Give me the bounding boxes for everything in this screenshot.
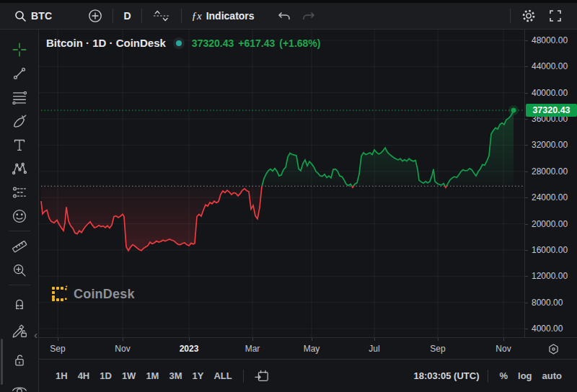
sidebar-scrollbar[interactable] [1,339,3,385]
clock-display[interactable]: 18:03:05 (UTC) [410,370,482,381]
toolbar-divider [488,370,488,383]
time-axis-tick [252,338,253,341]
legend-title: Bitcoin · 1D · CoinDesk [46,37,166,49]
price-axis-label: 20000.00 [532,219,568,229]
sidebar-collapse-icon[interactable]: ‹ [34,330,38,340]
price-axis-tick [525,172,528,172]
coindesk-logo-icon [50,285,68,303]
legend-values: 37320.43 +617.43 (+1.68%) [192,37,321,49]
percent-scale-toggle[interactable]: % [494,368,513,384]
time-axis[interactable]: SepNov2023MarMayJulSepNov [39,337,577,359]
fullscreen-button[interactable] [542,6,568,26]
range-button-1m[interactable]: 1M [141,368,164,384]
area-fill-up [41,110,514,251]
ruler-icon [10,237,29,256]
top-toolbar: BTC D ƒx Indicators [0,3,577,30]
symbol-search-button[interactable]: BTC [9,6,58,26]
price-axis[interactable]: 37320.43 48000.0044000.0040000.0036000.0… [524,30,577,337]
price-axis-label: 40000.00 [532,88,568,98]
brush-icon [10,112,29,130]
legend-change-percent: (+1.68%) [279,37,320,49]
toolbar-divider [141,9,142,23]
fib-retracement-icon [10,88,29,107]
time-axis-tick [189,338,190,341]
compare-add-symbol-button[interactable] [82,6,108,26]
time-axis-tick [438,338,439,341]
xabcd-pattern-tool[interactable] [7,156,32,180]
price-axis-label: 44000.00 [532,61,568,71]
range-button-1h[interactable]: 1H [50,368,73,384]
range-button-4h[interactable]: 4H [73,368,95,384]
price-axis-label: 16000.00 [532,245,568,255]
interval-button[interactable]: D [118,6,136,26]
symbol-label: BTC [31,10,52,22]
range-button-1w[interactable]: 1W [117,368,141,384]
range-button-3m[interactable]: 3M [164,368,187,384]
measure-tool[interactable] [7,234,32,258]
price-axis-tick [525,66,528,67]
price-axis-label: 4000.00 [532,324,563,334]
magnet-mode-tool[interactable] [7,291,32,315]
window-top-edge [0,0,577,3]
brush-tool[interactable] [7,109,32,133]
price-axis-tick [525,303,528,303]
forecast-tool[interactable] [7,180,32,204]
chart-legend: Bitcoin · 1D · CoinDesk 37320.43 +617.43… [46,37,320,49]
price-axis-tick [525,93,528,94]
xabcd-pattern-icon [10,159,29,178]
range-button-1y[interactable]: 1Y [188,368,209,384]
redo-button[interactable] [296,6,322,26]
emoji-tool[interactable] [7,204,32,228]
stay-drawing-mode-icon [10,321,29,340]
crosshair-tool[interactable] [7,37,32,61]
go-to-date-button[interactable] [250,368,274,385]
legend-change: +617.43 [238,37,275,49]
search-icon [14,10,27,22]
plus-circle-icon [88,9,102,23]
price-axis-tick [525,40,528,41]
hide-drawings-tool[interactable] [7,378,32,392]
price-axis-tick [525,276,528,277]
toolbar-divider [510,9,511,23]
undo-button[interactable] [270,6,296,26]
axis-settings-icon[interactable] [547,343,560,355]
time-axis-label: Nov [115,344,130,354]
time-axis-label: Sep [50,344,65,354]
indicators-button[interactable]: ƒx Indicators [186,6,260,26]
range-button-all[interactable]: ALL [208,368,237,384]
watermark-brand: CoinDesk [74,287,135,302]
emoji-icon [10,207,29,226]
magnet-icon [10,294,29,313]
time-axis-tick [374,338,375,341]
undo-icon [276,9,291,22]
gear-icon [521,8,537,24]
chart-canvas[interactable]: Bitcoin · 1D · CoinDesk 37320.43 +617.43… [39,30,524,337]
zoom-in-tool[interactable] [7,258,32,282]
lock-drawings-tool[interactable] [7,348,32,372]
price-axis-tick [525,224,528,225]
data-source-status-icon[interactable] [173,37,185,49]
log-scale-toggle[interactable]: log [513,368,537,384]
stay-drawing-mode-tool[interactable] [7,318,32,342]
price-axis-label: 32000.00 [532,140,568,150]
chart-settings-button[interactable] [515,6,542,26]
range-button-1d[interactable]: 1D [94,368,117,384]
text-tool[interactable] [7,133,32,156]
trend-line-icon [10,64,29,83]
zoom-in-icon [10,261,29,280]
indicators-label: Indicators [206,10,255,22]
time-axis-label: Sep [430,344,445,354]
last-point-marker [511,108,516,113]
trend-line-tool[interactable] [7,61,32,85]
price-axis-tick [525,329,528,329]
interval-label: D [123,10,131,22]
go-to-date-icon [254,369,270,383]
chart-type-button[interactable] [146,6,177,26]
crosshair-icon [10,40,29,59]
auto-scale-toggle[interactable]: auto [537,368,567,384]
toolbar-divider [181,9,182,23]
time-axis-label: Nov [495,344,511,354]
sidebar-divider [9,285,30,285]
fib-retracement-tool[interactable] [7,85,32,109]
price-axis-label: 28000.00 [532,166,568,177]
